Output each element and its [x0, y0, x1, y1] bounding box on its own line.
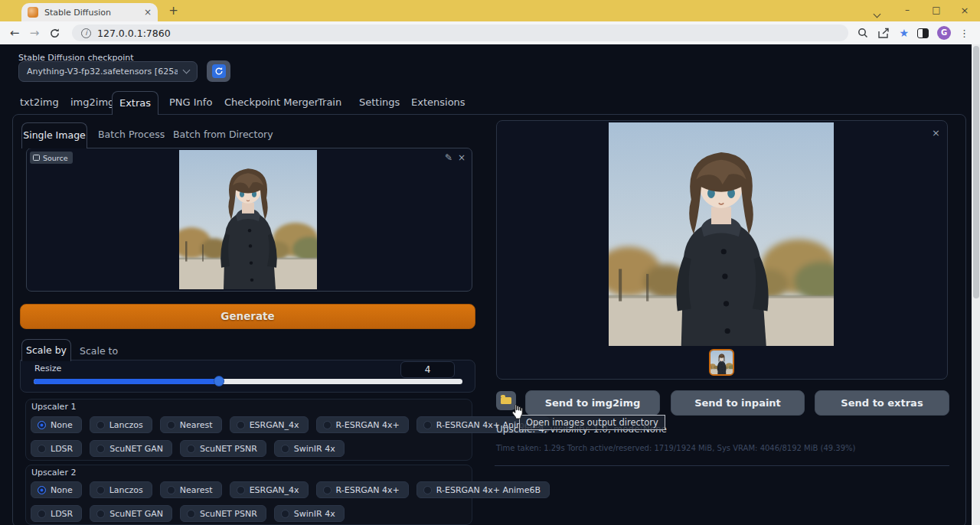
radio-icon: [237, 486, 245, 494]
upscaler2-option-nearest[interactable]: Nearest: [160, 481, 222, 498]
upscaler2-option-swinir4x[interactable]: SwinIR 4x: [274, 505, 345, 522]
tab-extensions[interactable]: Extensions: [411, 96, 466, 108]
upscaler1-option-esrgan4x[interactable]: ESRGAN_4x: [230, 416, 309, 433]
browser-tab[interactable]: Stable Diffusion ×: [21, 3, 158, 21]
upscaler1-option-scunet-psnr[interactable]: ScuNET PSNR: [180, 440, 266, 457]
upscaler2-option-none[interactable]: None: [31, 481, 82, 498]
reload-icon[interactable]: [44, 28, 64, 39]
result-image[interactable]: [609, 122, 834, 346]
checkpoint-dropdown[interactable]: Anything-V3-fp32.safetensors [625a2ba2]: [18, 61, 198, 82]
radio-icon: [187, 445, 195, 453]
radio-checked-icon: [38, 421, 46, 429]
url-text[interactable]: 127.0.0.1:7860: [97, 28, 171, 39]
performance-info-text: Time taken: 1.29s Torch active/reserved:…: [496, 444, 855, 452]
send-to-inpaint-button[interactable]: Send to inpaint: [671, 390, 805, 416]
tab-extras[interactable]: Extras: [112, 91, 158, 115]
gallery-close-icon[interactable]: ×: [932, 127, 940, 139]
upscaler2-label: Upscaler 2: [31, 468, 76, 478]
gallery-thumbnail[interactable]: [709, 349, 734, 376]
tab-search-chevron-icon[interactable]: [874, 8, 880, 21]
radio-icon: [237, 421, 245, 429]
back-icon[interactable]: ←: [5, 26, 24, 40]
radio-icon: [167, 486, 175, 494]
tab-batch-process[interactable]: Batch Process: [98, 129, 165, 140]
upscaler2-option-ldsr[interactable]: LDSR: [31, 505, 82, 522]
chevron-down-icon: [183, 67, 191, 74]
radio-icon: [187, 510, 195, 518]
radio-icon: [38, 510, 46, 518]
radio-icon: [167, 421, 175, 429]
share-icon[interactable]: [877, 28, 890, 39]
source-image: [179, 150, 317, 289]
resize-slider[interactable]: [34, 379, 462, 384]
refresh-icon: [212, 64, 226, 78]
upscaler1-option-resrgan4x[interactable]: R-ESRGAN 4x+: [316, 416, 409, 433]
thumbnail-image: [710, 351, 733, 374]
forward-icon[interactable]: →: [24, 26, 44, 40]
profile-avatar[interactable]: G: [937, 26, 951, 40]
side-panel-icon[interactable]: [917, 28, 929, 38]
folder-tooltip: Open images output directory: [519, 415, 665, 430]
refresh-checkpoints-button[interactable]: [207, 60, 230, 82]
upscaler1-option-swinir4x[interactable]: SwinIR 4x: [274, 440, 345, 457]
page-scrollbar[interactable]: [972, 44, 980, 525]
upscaler2-option-scunet-psnr[interactable]: ScuNET PSNR: [180, 505, 266, 522]
tab-single-image[interactable]: Single Image: [21, 122, 87, 148]
tab-checkpoint-merger[interactable]: Checkpoint Merger: [224, 96, 318, 108]
divider: [495, 465, 949, 466]
resize-slider-block: Resize 4: [20, 360, 475, 393]
tab-close-icon[interactable]: ×: [144, 7, 152, 18]
slider-handle[interactable]: [214, 376, 224, 386]
tab-png-info[interactable]: PNG Info: [169, 96, 212, 108]
scrollbar-thumb[interactable]: [973, 46, 979, 298]
resize-value-input[interactable]: 4: [400, 361, 455, 378]
tab-scale-by[interactable]: Scale by: [21, 339, 71, 361]
mouse-cursor-pointer: [510, 403, 524, 420]
edit-image-icon[interactable]: ✎: [445, 152, 452, 163]
upscaler1-option-none[interactable]: None: [31, 416, 82, 433]
url-bar[interactable]: i 127.0.0.1:7860: [72, 24, 848, 41]
bookmark-star-icon[interactable]: ★: [899, 27, 909, 39]
tab-scale-to[interactable]: Scale to: [80, 345, 118, 357]
radio-icon: [96, 445, 105, 453]
tab-settings[interactable]: Settings: [359, 96, 400, 108]
radio-icon: [96, 421, 105, 429]
radio-checked-icon: [38, 486, 46, 494]
upscaler1-option-lanczos[interactable]: Lanczos: [90, 416, 152, 433]
radio-icon: [38, 445, 46, 453]
send-to-extras-button[interactable]: Send to extras: [815, 390, 949, 416]
tab-txt2img[interactable]: txt2img: [20, 96, 59, 108]
browser-menu-icon[interactable]: ⋮: [959, 28, 969, 39]
maximize-button[interactable]: □: [931, 5, 942, 17]
radio-icon: [323, 421, 332, 429]
upscaler2-option-resrgan-anime6b[interactable]: R-ESRGAN 4x+ Anime6B: [416, 481, 550, 498]
browser-window: Stable Diffusion × + – □ × ← → i 127.0.0…: [0, 0, 980, 525]
new-tab-button[interactable]: +: [167, 5, 180, 18]
generate-button[interactable]: Generate: [20, 304, 475, 329]
radio-icon: [96, 486, 105, 494]
radio-icon: [96, 510, 105, 518]
tab-train[interactable]: Train: [318, 96, 341, 108]
upscaler2-option-esrgan4x[interactable]: ESRGAN_4x: [230, 481, 309, 498]
tab-batch-from-directory[interactable]: Batch from Directory: [173, 129, 273, 140]
slider-fill: [34, 379, 219, 384]
source-image-dropzone[interactable]: Source ✎ ×: [26, 148, 472, 292]
window-close-button[interactable]: ×: [959, 5, 970, 17]
upscaler1-option-nearest[interactable]: Nearest: [160, 416, 222, 433]
upscaler2-option-lanczos[interactable]: Lanczos: [90, 481, 152, 498]
checkpoint-value: Anything-V3-fp32.safetensors [625a2ba2]: [27, 67, 178, 77]
upscaler1-label: Upscaler 1: [31, 402, 76, 412]
tab-img2img[interactable]: img2img: [70, 96, 114, 108]
radio-icon: [423, 486, 432, 494]
minimize-button[interactable]: –: [902, 5, 913, 17]
send-to-img2img-button[interactable]: Send to img2img: [525, 390, 660, 416]
upscaler2-option-resrgan4x[interactable]: R-ESRGAN 4x+: [316, 481, 409, 498]
upscaler2-option-scunet-gan[interactable]: ScuNET GAN: [90, 505, 172, 522]
stable-diffusion-favicon: [28, 7, 38, 18]
zoom-icon[interactable]: [857, 27, 869, 39]
radio-icon: [423, 421, 432, 429]
site-info-icon[interactable]: i: [81, 28, 91, 38]
upscaler1-option-ldsr[interactable]: LDSR: [31, 440, 82, 457]
clear-image-icon[interactable]: ×: [458, 152, 466, 163]
upscaler1-option-scunet-gan[interactable]: ScuNET GAN: [90, 440, 172, 457]
